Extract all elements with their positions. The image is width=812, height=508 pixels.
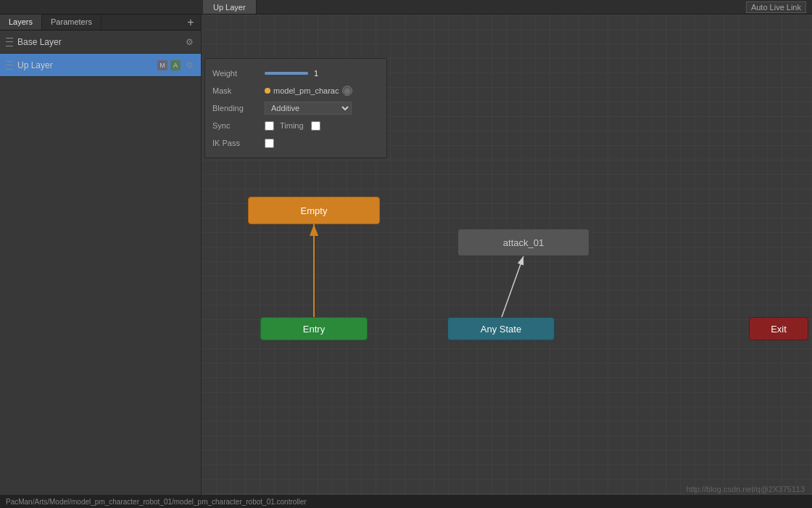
- badge-m: M: [157, 60, 167, 70]
- sync-checkbox[interactable]: [265, 121, 274, 131]
- ik-pass-label: IK Pass: [212, 139, 265, 147]
- svg-line-3: [502, 256, 523, 317]
- sync-label: Sync: [212, 121, 265, 130]
- up-layer-name: Up Layer: [17, 60, 157, 70]
- panel-tabs: Layers Parameters +: [0, 15, 201, 30]
- sync-value-container: Timing: [265, 121, 379, 131]
- add-layer-button[interactable]: +: [185, 17, 196, 28]
- node-any-state-label: Any State: [481, 324, 521, 335]
- layer-row-up[interactable]: Up Layer M A ⚙: [0, 54, 201, 77]
- up-layer-settings-icon[interactable]: ⚙: [183, 60, 195, 71]
- ik-pass-row: IK Pass: [205, 134, 386, 152]
- weight-number: 1: [314, 69, 318, 78]
- weight-slider[interactable]: [265, 72, 308, 75]
- timing-checkbox[interactable]: [311, 121, 320, 131]
- mask-label: Mask: [212, 86, 265, 95]
- mask-row: Mask model_pm_charac ◎: [205, 82, 386, 99]
- drag-handle-up: [6, 61, 13, 70]
- tab-layers[interactable]: Layers: [0, 15, 42, 30]
- node-entry-label: Entry: [303, 324, 325, 335]
- weight-label: Weight: [212, 69, 265, 78]
- node-entry[interactable]: Entry: [260, 317, 368, 340]
- blending-row: Blending Additive Override: [205, 99, 386, 117]
- node-empty[interactable]: Empty: [248, 197, 380, 224]
- node-any-state[interactable]: Any State: [447, 317, 555, 340]
- sync-row: Sync Timing: [205, 117, 386, 134]
- tab-parameters[interactable]: Parameters: [42, 15, 102, 30]
- layer-badges-up: M A: [157, 60, 181, 70]
- settings-panel: Weight 1 Mask model_pm_charac ◎ Blending…: [204, 58, 387, 158]
- watermark: http://blog.csdn.net/q@2X375113: [687, 485, 805, 493]
- status-path: PacMan/Arts/Model/model_pm_character_rob…: [6, 498, 307, 506]
- auto-live-link-button[interactable]: Auto Live Link: [746, 1, 806, 13]
- ik-pass-value-container: [265, 139, 379, 148]
- layer-row-base[interactable]: Base Layer ⚙: [0, 30, 201, 54]
- mask-select-button[interactable]: ◎: [342, 86, 352, 96]
- weight-row: Weight 1: [205, 65, 386, 82]
- blending-value-container: Additive Override: [265, 102, 379, 115]
- left-panel: Layers Parameters + Base Layer ⚙ Up Laye…: [0, 15, 202, 508]
- mask-value-container: model_pm_charac ◎: [265, 86, 379, 96]
- ik-pass-checkbox[interactable]: [265, 139, 274, 148]
- node-attack-01-label: attack_01: [503, 237, 544, 248]
- drag-handle-base: [6, 38, 13, 46]
- blending-label: Blending: [212, 104, 265, 112]
- badge-a: A: [170, 60, 181, 70]
- top-tab-bar: Up Layer Auto Live Link: [0, 0, 812, 15]
- blending-dropdown[interactable]: Additive Override: [265, 102, 352, 115]
- mask-asset-name[interactable]: model_pm_charac: [273, 86, 339, 95]
- node-exit[interactable]: Exit: [749, 317, 808, 340]
- timing-label: Timing: [280, 121, 304, 130]
- node-attack-01[interactable]: attack_01: [457, 229, 589, 256]
- node-exit-label: Exit: [771, 324, 787, 335]
- node-empty-label: Empty: [301, 205, 328, 216]
- mask-dot-icon: [265, 88, 270, 94]
- status-bar: PacMan/Arts/Model/model_pm_character_rob…: [0, 495, 812, 508]
- weight-value-container: 1: [265, 69, 379, 78]
- base-layer-name: Base Layer: [17, 37, 183, 47]
- base-layer-settings-icon[interactable]: ⚙: [183, 36, 195, 48]
- up-layer-tab[interactable]: Up Layer: [203, 0, 257, 14]
- weight-slider-fill: [265, 72, 308, 75]
